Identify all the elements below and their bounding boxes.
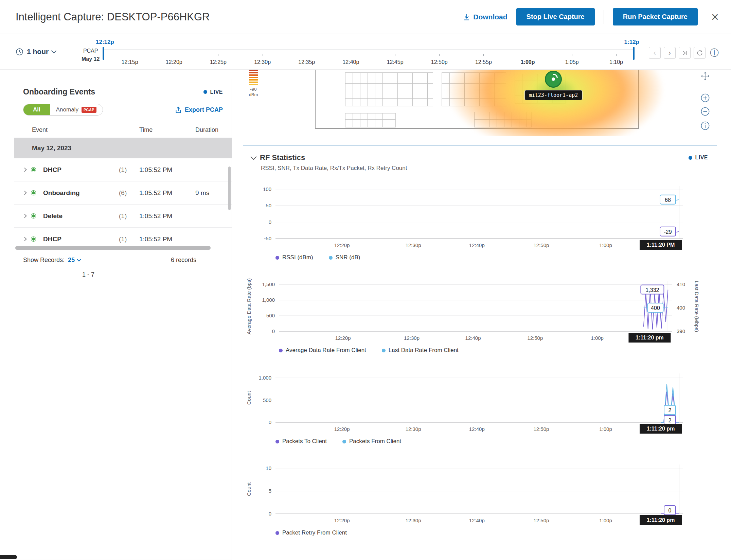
timeline-selection-bracket	[103, 50, 634, 50]
event-row[interactable]: DHCP(1)1:05:52 PM	[14, 228, 232, 243]
timeline-track[interactable]: 12:12p 1:12p 12:15p12:20p12:25p12:30p12:…	[103, 39, 634, 68]
legend-dot-icon	[329, 256, 333, 260]
show-records-select[interactable]: 25	[68, 257, 81, 264]
button-divider	[604, 10, 604, 24]
svg-text:2: 2	[668, 418, 672, 423]
pcap-date-label: PCAP May 12	[82, 47, 100, 63]
next-button[interactable]: ›	[664, 47, 676, 59]
stop-live-capture-button[interactable]: Stop Live Capture	[516, 8, 595, 25]
vertical-scrollbar[interactable]	[228, 167, 231, 210]
svg-text:1:11:20 pm: 1:11:20 pm	[647, 517, 675, 523]
expand-chevron-icon[interactable]	[22, 214, 27, 218]
rf-title: RF Statistics	[260, 153, 305, 162]
page-title: Intelligent Capture: DESKTOP-P66HKGR	[16, 11, 210, 23]
timeline-tick-mark	[616, 54, 617, 56]
expand-chevron-icon[interactable]	[22, 191, 27, 195]
chart-svg: 1,5001,000500041040039012:20p12:30p12:40…	[243, 276, 702, 346]
ap-marker-icon[interactable]	[545, 71, 562, 88]
timeline-start-label: 12:12p	[96, 39, 114, 46]
svg-text:410: 410	[677, 281, 685, 287]
floor-map[interactable]: mil23-floor1-ap2 -90 dBm	[243, 70, 717, 136]
legend-item: Packet Retry From Client	[275, 529, 347, 536]
tab-anomaly[interactable]: Anomaly PCAP	[50, 104, 103, 115]
chart-legend: RSSI (dBm)SNR (dB)	[243, 254, 717, 261]
event-count: (1)	[119, 212, 139, 220]
events-header: Onboarding Events LIVE	[14, 79, 232, 102]
expand-chevron-icon[interactable]	[22, 237, 27, 241]
clock-icon	[16, 48, 23, 56]
legend-dot-icon	[382, 349, 386, 352]
legend-item: SNR (dB)	[329, 254, 360, 261]
pcap-tag: PCAP	[82, 107, 96, 113]
show-records-row: Show Records: 25 6 records	[14, 250, 232, 266]
close-icon[interactable]: ×	[711, 11, 719, 23]
events-tabs-row: All Anomaly PCAP Export PCAP	[14, 102, 232, 122]
refresh-button[interactable]	[694, 47, 706, 59]
timeline-tick-label: 12:30p	[254, 59, 271, 65]
svg-text:1:00p: 1:00p	[599, 426, 612, 432]
zoom-in-icon[interactable]	[700, 93, 710, 103]
collapse-chevron-icon[interactable]	[250, 154, 256, 160]
chart-legend: Average Data Rate From ClientLast Data R…	[243, 347, 717, 354]
map-info-icon[interactable]	[700, 121, 710, 131]
info-icon[interactable]: ⓘ	[710, 47, 719, 59]
svg-text:0: 0	[269, 511, 271, 517]
svg-text:400: 400	[651, 305, 660, 311]
expand-chevron-icon[interactable]	[22, 168, 27, 172]
chart-svg: 105012:20p12:30p12:40p12:50p1:00pCount01…	[243, 460, 702, 528]
chart-packets[interactable]: 1,000500012:20p12:30p12:40p12:50p1:00pCo…	[243, 369, 717, 445]
timeline-right-handle[interactable]	[633, 47, 635, 60]
timeline-tick-mark	[130, 54, 130, 56]
date-group-row: May 12, 2023	[14, 138, 232, 158]
pan-icon[interactable]	[701, 72, 710, 81]
export-pcap-button[interactable]: Export PCAP	[175, 106, 223, 113]
pagination-range[interactable]: 1 - 7	[14, 266, 232, 278]
time-range-selector[interactable]: 1 hour	[16, 48, 56, 56]
svg-text:1,500: 1,500	[262, 281, 275, 287]
tab-all[interactable]: All	[23, 104, 50, 115]
svg-text:500: 500	[266, 313, 275, 318]
timeline-tick-mark	[572, 54, 572, 56]
chart-rssi-snr[interactable]: 100500-5012:20p12:30p12:40p12:50p1:00p-2…	[243, 180, 717, 261]
records-summary: 6 records	[171, 257, 196, 264]
event-time: 1:05:52 PM	[139, 166, 195, 174]
timeline-tick-mark	[439, 54, 440, 56]
event-row[interactable]: DHCP(1)1:05:52 PM	[14, 158, 232, 181]
svg-text:1,332: 1,332	[645, 287, 659, 293]
zoom-out-icon[interactable]	[700, 106, 710, 117]
chart-packet-retry[interactable]: 105012:20p12:30p12:40p12:50p1:00pCount01…	[243, 460, 717, 536]
svg-text:12:30p: 12:30p	[406, 426, 421, 432]
timeline-left-handle[interactable]	[103, 47, 104, 60]
timeline-tick-label: 12:25p	[210, 59, 227, 65]
timeline-nav-controls: ‹ › ⓘ	[649, 47, 719, 59]
live-dot-icon	[203, 90, 207, 94]
timeline-tick-mark	[263, 54, 263, 56]
svg-text:12:50p: 12:50p	[533, 242, 549, 248]
legend-item: Packets From Client	[342, 438, 401, 445]
svg-text:12:40p: 12:40p	[465, 335, 481, 341]
svg-text:10: 10	[266, 465, 271, 471]
svg-text:12:20p: 12:20p	[335, 335, 351, 341]
legend-dot-icon	[279, 349, 283, 352]
timeline-tick-label: 12:50p	[431, 59, 448, 65]
skip-to-latest-button[interactable]	[679, 47, 691, 59]
skip-to-end-icon	[682, 50, 688, 56]
timeline-tick-mark	[528, 54, 528, 56]
chart-svg: 1,000500012:20p12:30p12:40p12:50p1:00pCo…	[243, 369, 702, 437]
timeline-tick-label: 12:40p	[342, 59, 359, 65]
event-row[interactable]: Delete(1)1:05:52 PM	[14, 205, 232, 228]
timeline-tick-label: 1:05p	[565, 59, 579, 65]
download-button[interactable]: Download	[463, 13, 507, 21]
timeline-tick-mark	[351, 54, 351, 56]
event-status-dot	[31, 168, 36, 172]
svg-text:-50: -50	[264, 235, 271, 241]
prev-button[interactable]: ‹	[649, 47, 661, 59]
chart-data-rate[interactable]: 1,5001,000500041040039012:20p12:30p12:40…	[243, 276, 717, 354]
events-filter-segment: All Anomaly PCAP	[23, 104, 103, 116]
horizontal-scrollbar[interactable]	[15, 246, 211, 250]
svg-text:0: 0	[272, 328, 275, 334]
events-title: Onboarding Events	[23, 87, 95, 97]
run-packet-capture-button[interactable]: Run Packet Capture	[613, 8, 698, 25]
rf-header: RF Statistics LIVE	[243, 146, 717, 163]
event-row[interactable]: Onboarding(6)1:05:52 PM9 ms	[14, 181, 232, 205]
